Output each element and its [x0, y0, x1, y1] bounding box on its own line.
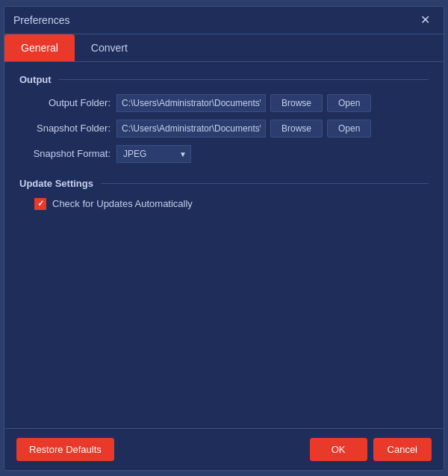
- check-updates-checkbox[interactable]: [34, 198, 46, 210]
- ok-button[interactable]: OK: [310, 438, 367, 461]
- check-updates-row[interactable]: Check for Updates Automatically: [34, 198, 429, 210]
- snapshot-folder-row: Snapshot Folder: Browse Open: [19, 120, 429, 137]
- output-folder-open-button[interactable]: Open: [327, 94, 371, 112]
- update-settings-title: Update Settings: [19, 178, 101, 189]
- output-folder-browse-button[interactable]: Browse: [270, 94, 323, 112]
- snapshot-format-wrapper: JPEG PNG BMP TIFF ▼: [116, 145, 191, 163]
- snapshot-folder-input[interactable]: [116, 120, 266, 137]
- output-folder-input[interactable]: [116, 94, 266, 112]
- snapshot-folder-browse-button[interactable]: Browse: [270, 120, 323, 137]
- restore-defaults-button[interactable]: Restore Defaults: [16, 438, 114, 461]
- check-updates-label: Check for Updates Automatically: [52, 198, 193, 209]
- output-section-header: Output: [19, 74, 429, 85]
- output-section-title: Output: [19, 74, 59, 85]
- snapshot-folder-open-button[interactable]: Open: [327, 120, 371, 137]
- preferences-dialog: Preferences ✕ General Convert Output Out…: [4, 6, 444, 471]
- footer: Restore Defaults OK Cancel: [4, 428, 444, 470]
- snapshot-folder-label: Snapshot Folder:: [19, 123, 116, 134]
- output-section: Output Output Folder: Browse Open Snapsh…: [19, 74, 429, 163]
- dialog-title: Preferences: [13, 14, 69, 26]
- cancel-button[interactable]: Cancel: [373, 438, 432, 461]
- snapshot-format-label: Snapshot Format:: [19, 148, 116, 159]
- update-settings-section: Update Settings Check for Updates Automa…: [19, 178, 429, 210]
- snapshot-format-row: Snapshot Format: JPEG PNG BMP TIFF ▼: [19, 145, 429, 163]
- output-section-divider: [59, 79, 429, 80]
- title-bar: Preferences ✕: [4, 7, 444, 34]
- tab-convert[interactable]: Convert: [75, 34, 144, 61]
- close-button[interactable]: ✕: [416, 13, 435, 28]
- update-settings-divider: [101, 183, 429, 184]
- snapshot-format-select[interactable]: JPEG PNG BMP TIFF: [116, 145, 191, 163]
- tab-bar: General Convert: [4, 34, 444, 62]
- output-folder-label: Output Folder:: [19, 97, 116, 108]
- footer-right: OK Cancel: [310, 438, 432, 461]
- content-area: Output Output Folder: Browse Open Snapsh…: [4, 62, 444, 428]
- tab-general[interactable]: General: [4, 34, 75, 61]
- output-folder-row: Output Folder: Browse Open: [19, 94, 429, 112]
- update-settings-header: Update Settings: [19, 178, 429, 189]
- footer-left: Restore Defaults: [16, 438, 114, 461]
